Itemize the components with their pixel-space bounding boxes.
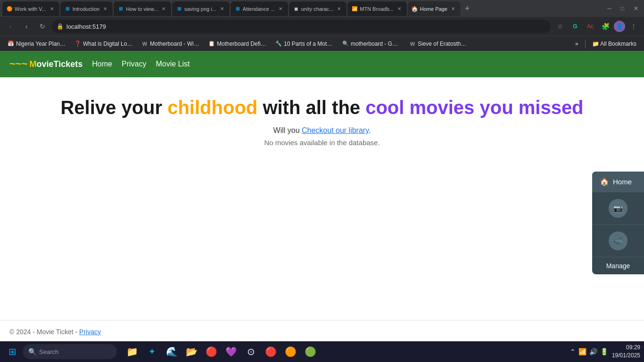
tab3-favicon: ⊞ <box>117 6 124 12</box>
logo-waves: ~~~ <box>9 58 28 70</box>
tab5-close[interactable]: ✕ <box>277 5 284 13</box>
tab7-favicon: 📶 <box>351 6 358 12</box>
start-button[interactable]: ⊞ <box>4 343 21 360</box>
checkout-library-link[interactable]: Checkout our library <box>302 126 369 134</box>
taskbar-copilot[interactable]: ✦ <box>142 342 161 361</box>
star-icon[interactable]: ☆ <box>553 20 567 33</box>
reload-button[interactable]: ↻ <box>36 20 49 33</box>
sound-icon[interactable]: 🔊 <box>589 348 597 355</box>
hero-subtitle-text: Will you <box>273 126 302 134</box>
all-bookmarks-button[interactable]: 📁 All Bookmarks <box>588 39 640 49</box>
bookmark2-favicon: ❓ <box>74 41 81 47</box>
tab7-label: MTN Broadb... <box>360 6 394 12</box>
tab-mtn[interactable]: 📶 MTN Broadb... ✕ <box>347 1 407 16</box>
nav-privacy[interactable]: Privacy <box>122 60 146 68</box>
taskbar-files[interactable]: 📂 <box>182 342 201 361</box>
menu-icon[interactable]: ⋮ <box>627 20 640 33</box>
logo-rest: ovieTickets <box>37 59 83 69</box>
tab-unity-charac[interactable]: ◼ unity charac... ✕ <box>289 1 347 16</box>
taskbar-search-bar[interactable]: 🔍 Search <box>23 344 117 359</box>
nav-movie-list[interactable]: Movie List <box>156 60 190 68</box>
screenshot-icon-circle: 📷 <box>609 199 627 218</box>
tab-home-page[interactable]: 🏠 Home Page ✕ <box>407 1 461 16</box>
hero-subtitle: Will you Checkout our library. <box>273 126 371 135</box>
tab-attendance[interactable]: ⊞ Attendance ... ✕ <box>230 1 289 16</box>
taskbar-file-explorer[interactable]: 📁 <box>123 342 141 361</box>
all-bookmarks-folder-icon: 📁 <box>592 41 599 47</box>
taskbar-clock[interactable]: 09:29 19/01/2025 <box>612 344 640 360</box>
taskbar-github[interactable]: ⊙ <box>241 342 260 361</box>
bookmark7-favicon: W <box>409 41 416 47</box>
taskbar-blender[interactable]: 🟠 <box>281 342 300 361</box>
side-panel: 🏠 Home 📷 📹 Manage <box>592 172 644 274</box>
address-right-icons: ☆ G Ac 🧩 👤 ⋮ <box>553 20 640 33</box>
browser-chrome: 🟠 Work with V... ✕ ⊞ Introduction ✕ ⊞ Ho… <box>0 0 644 51</box>
bookmarks-separator <box>585 40 586 48</box>
logo-text: MovieTickets <box>30 59 83 69</box>
back-button[interactable]: ‹ <box>4 20 17 33</box>
tab-work-with[interactable]: 🟠 Work with V... ✕ <box>2 1 60 16</box>
forward-button[interactable]: › <box>20 20 33 33</box>
profile-avatar[interactable]: 👤 <box>614 21 625 32</box>
taskbar-spotify[interactable]: 🟢 <box>301 342 320 361</box>
tab8-close[interactable]: ✕ <box>449 5 457 13</box>
minimize-button[interactable]: ─ <box>603 1 615 16</box>
taskbar-app-red[interactable]: 🔴 <box>261 342 280 361</box>
bookmark-10-parts[interactable]: 🔧 10 Parts of a Mothe... <box>272 39 338 49</box>
tab-saving-png[interactable]: ⊞ saving png i... ✕ <box>172 1 230 16</box>
tab4-close[interactable]: ✕ <box>218 5 226 13</box>
side-panel-screenshot-button[interactable]: 📷 <box>592 192 644 224</box>
more-label: » <box>575 41 578 47</box>
taskbar-chrome[interactable]: 🔴 <box>202 342 221 361</box>
nav-home[interactable]: Home <box>92 60 112 68</box>
side-panel-manage-label[interactable]: Manage <box>592 257 644 274</box>
battery-icon[interactable]: 🔋 <box>600 348 608 355</box>
bookmark1-label: Nigeria Year Planner... <box>16 41 66 47</box>
hero-title-cool: cool movies you missed <box>365 97 583 118</box>
taskbar-edge[interactable]: 🌊 <box>162 342 181 361</box>
tab4-label: saving png i... <box>184 6 216 12</box>
tab-introduction[interactable]: ⊞ Introduction ✕ <box>60 1 113 16</box>
close-button[interactable]: ✕ <box>630 1 642 16</box>
bookmark-nigeria[interactable]: 📅 Nigeria Year Planner... <box>4 39 70 49</box>
tab2-close[interactable]: ✕ <box>101 5 109 13</box>
wifi-icon[interactable]: 📶 <box>578 348 586 355</box>
chrome-icon: 🔴 <box>206 346 217 357</box>
side-panel-home-button[interactable]: 🏠 Home <box>592 172 644 192</box>
site-footer: © 2024 - Movie Ticket - Privacy <box>0 320 644 343</box>
bookmarks-more-button[interactable]: » <box>571 39 582 49</box>
taskbar-right: ⌃ 📶 🔊 🔋 09:29 19/01/2025 <box>570 344 640 360</box>
tab7-close[interactable]: ✕ <box>396 5 403 13</box>
tab6-close[interactable]: ✕ <box>335 5 343 13</box>
site-main: Relive your childhood with all the cool … <box>0 77 644 320</box>
taskbar-visual-studio[interactable]: 💜 <box>222 342 240 361</box>
url-bar[interactable]: 🔒 localhost:5179 <box>52 20 551 33</box>
tab1-close[interactable]: ✕ <box>48 5 56 13</box>
tab6-favicon: ◼ <box>293 6 299 12</box>
bookmark-motherboard-wiki[interactable]: W Motherboard - Wiki... <box>138 39 204 49</box>
extensions-icon[interactable]: 🧩 <box>599 20 612 33</box>
tab3-close[interactable]: ✕ <box>160 5 167 13</box>
acrobat-icon[interactable]: Ac <box>584 20 597 33</box>
bookmark-motherboard-goo[interactable]: 🔍 motherboard - Goo... <box>339 39 405 49</box>
bookmark-motherboard-defini[interactable]: 📋 Motherboard Defini... <box>205 39 271 49</box>
bookmark4-favicon: 📋 <box>208 41 215 47</box>
grammarly-icon[interactable]: G <box>569 20 582 33</box>
taskbar-search-text: Search <box>39 348 58 355</box>
bookmark6-label: motherboard - Goo... <box>351 41 401 47</box>
bookmark-sieve[interactable]: W Sieve of Eratosthen... <box>405 39 471 49</box>
tab-how-to-view[interactable]: ⊞ How to view... ✕ <box>113 1 172 16</box>
tab1-label: Work with V... <box>15 6 46 12</box>
tray-arrow-icon[interactable]: ⌃ <box>570 348 576 355</box>
footer-privacy-link[interactable]: Privacy <box>79 328 101 336</box>
tab-bar: 🟠 Work with V... ✕ ⊞ Introduction ✕ ⊞ Ho… <box>0 0 644 17</box>
taskbar: ⊞ 🔍 Search 📁 ✦ 🌊 📂 🔴 💜 ⊙ 🔴 🟠 <box>0 341 644 362</box>
new-tab-button[interactable]: + <box>461 1 474 16</box>
tab3-label: How to view... <box>126 6 158 12</box>
bookmark-digital-logic[interactable]: ❓ What is Digital Logi... <box>71 39 137 49</box>
video-icon-circle: 📹 <box>609 231 627 250</box>
bookmark1-favicon: 📅 <box>8 41 14 47</box>
hero-note: No movies available in the database. <box>264 139 380 147</box>
maximize-button[interactable]: □ <box>617 1 628 16</box>
side-panel-video-button[interactable]: 📹 <box>592 224 644 257</box>
